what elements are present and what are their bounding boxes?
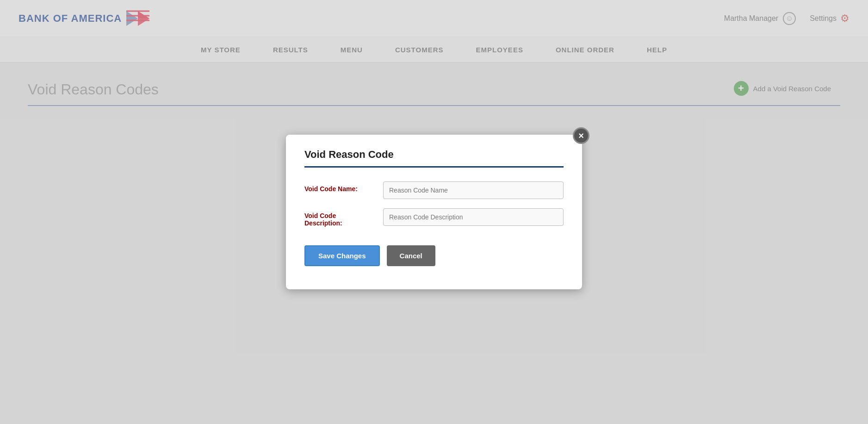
modal-close-button[interactable]: × — [573, 127, 589, 144]
void-reason-code-modal: × Void Reason Code Void Code Name: Void … — [286, 135, 582, 289]
void-code-description-label: Void Code Description: — [304, 208, 374, 227]
modal-title: Void Reason Code — [304, 149, 564, 168]
void-code-name-row: Void Code Name: — [304, 181, 564, 199]
void-code-description-input[interactable] — [383, 208, 564, 226]
void-code-description-row: Void Code Description: — [304, 208, 564, 227]
save-changes-button[interactable]: Save Changes — [304, 245, 380, 266]
void-code-name-label: Void Code Name: — [304, 181, 374, 193]
void-code-name-input[interactable] — [383, 181, 564, 199]
modal-buttons: Save Changes Cancel — [304, 245, 564, 266]
modal-overlay: × Void Reason Code Void Code Name: Void … — [0, 0, 868, 424]
cancel-button[interactable]: Cancel — [387, 245, 435, 266]
